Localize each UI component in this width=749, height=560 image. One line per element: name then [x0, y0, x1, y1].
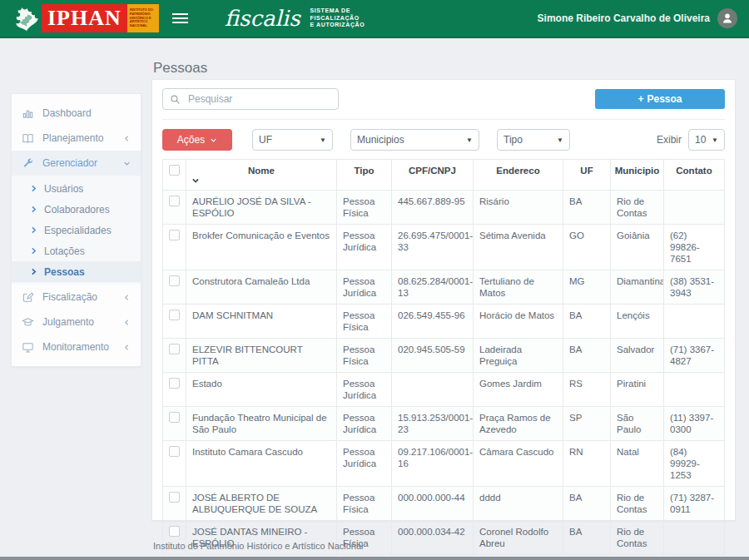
row-select-cell	[163, 191, 186, 225]
municipios-select[interactable]: Municipios▼	[350, 129, 479, 151]
top-header: IPHAN Instituto do Patrimônio Histórico …	[0, 0, 749, 38]
sidebar-item-fiscalizacao[interactable]: Fiscalização	[12, 285, 141, 310]
search-box	[162, 88, 339, 110]
row-checkbox[interactable]	[169, 526, 180, 537]
graduation-cap-icon	[22, 316, 34, 329]
table-header-row: NomeTipoCPF/CNPJEnderecoUFMunicipioConta…	[163, 160, 725, 191]
cell: Pessoa Física	[337, 339, 392, 373]
table-row[interactable]: EstadoPessoa JurídicaGomes JardimRSPirat…	[163, 373, 725, 407]
cell: JOSÉ ALBERTO DE ALBUQUERQUE DE SOUZA	[186, 487, 337, 521]
cell: Salvador	[611, 339, 664, 373]
sidebar-item-colaboradores[interactable]: Colaboradores	[12, 199, 141, 220]
row-checkbox[interactable]	[169, 275, 180, 286]
chevron-right-icon	[30, 185, 37, 192]
row-checkbox[interactable]	[169, 492, 180, 503]
cell: 020.945.505-59	[392, 339, 474, 373]
row-select-cell	[163, 487, 186, 521]
column-header-uf[interactable]: UF	[563, 160, 611, 191]
column-header-contato[interactable]: Contato	[664, 160, 725, 191]
cell: GO	[563, 225, 611, 270]
chevron-left-icon	[123, 294, 131, 301]
sidebar-item-lotacoes[interactable]: Lotações	[12, 240, 141, 261]
plus-icon: +	[637, 93, 643, 105]
sort-desc-icon	[191, 176, 200, 185]
column-header-municipio[interactable]: Municipio	[611, 160, 664, 191]
sidebar-item-pessoas[interactable]: Pessoas	[12, 261, 141, 282]
table-row[interactable]: ELZEVIR BITTENCOURT PITTAPessoa Física02…	[163, 339, 725, 373]
cell: BA	[563, 487, 611, 521]
search-icon	[170, 94, 181, 105]
cell: DAM SCHNITMAN	[186, 305, 337, 339]
row-checkbox[interactable]	[169, 344, 180, 354]
page-size-select[interactable]: 10▼	[688, 129, 725, 151]
cell: ELZEVIR BITTENCOURT PITTA	[186, 339, 337, 373]
column-header-nome[interactable]: Nome	[186, 160, 337, 191]
table-row[interactable]: JOSÉ ALBERTO DE ALBUQUERQUE DE SOUZAPess…	[163, 487, 725, 521]
wrench-icon	[22, 157, 34, 170]
cell: Natal	[611, 441, 664, 487]
select-all-checkbox[interactable]	[169, 165, 180, 176]
cell: 26.695.475/0001-33	[392, 225, 474, 270]
column-header-endereco[interactable]: Endereco	[474, 160, 563, 191]
table-row[interactable]: Construtora Camaleão LtdaPessoa Jurídica…	[163, 270, 725, 305]
caret-down-icon: ▼	[712, 136, 718, 144]
sidebar-item-usuarios[interactable]: Usuários	[12, 178, 141, 199]
sidebar-item-gerenciador[interactable]: Gerenciador	[12, 151, 141, 176]
bar-chart-icon	[22, 107, 34, 120]
sidebar-item-julgamento[interactable]: Julgamento	[12, 310, 141, 335]
acoes-dropdown-button[interactable]: Ações	[162, 129, 232, 151]
row-checkbox[interactable]	[169, 196, 180, 206]
app-brand: fiscalis SISTEMA DE FISCALIZAÇÃO E AUTOR…	[225, 6, 365, 31]
sidebar-item-planejamento[interactable]: Planejamento	[12, 126, 141, 151]
user-menu[interactable]: Simone Ribeiro Carvalho de Oliveira	[538, 8, 737, 28]
table-row[interactable]: Fundação Theatro Municipal de São PauloP…	[163, 407, 725, 441]
column-header-tipo[interactable]: Tipo	[337, 160, 392, 191]
row-checkbox[interactable]	[169, 446, 180, 457]
add-pessoa-button[interactable]: +Pessoa	[595, 89, 725, 109]
page-title: Pessoas	[153, 60, 207, 77]
row-checkbox[interactable]	[169, 230, 180, 240]
cell: AURÉLIO JOSÉ DA SILVA - ESPÓLIO	[186, 191, 337, 225]
cell: Pessoa Física	[337, 487, 392, 521]
filter-row: Ações UF▼ Municipios▼ Tipo▼ Exibir 10▼	[162, 129, 725, 151]
uf-select[interactable]: UF▼	[252, 129, 333, 151]
sidebar-item-monitoramento[interactable]: Monitoramento	[12, 335, 141, 359]
cell: 000.000.000-44	[392, 487, 474, 521]
cell: Pessoa Jurídica	[337, 225, 392, 270]
row-checkbox[interactable]	[169, 378, 180, 389]
table-row[interactable]: Brokfer Comunicação e EventosPessoa Jurí…	[163, 225, 725, 270]
cell: Tertuliano de Matos	[474, 270, 563, 305]
sidebar-item-especialidades[interactable]: Especialidades	[12, 220, 141, 240]
row-select-cell	[163, 270, 186, 305]
window-bottom-edge	[0, 557, 749, 560]
cell: (38) 3531-3943	[664, 270, 725, 305]
tipo-select[interactable]: Tipo▼	[497, 129, 570, 151]
iphan-logo[interactable]: IPHAN Instituto do Patrimônio Histórico …	[12, 4, 159, 32]
cell: Pessoa Jurídica	[337, 407, 392, 441]
chevron-left-icon	[123, 319, 131, 326]
search-input[interactable]	[186, 92, 331, 106]
cell: 15.913.253/0001-23	[392, 407, 474, 441]
table-row[interactable]: DAM SCHNITMANPessoa Física026.549.455-96…	[163, 305, 725, 339]
cell: Rio de Contas	[611, 191, 664, 225]
table-row[interactable]: Instituto Camara CascudoPessoa Jurídica0…	[163, 441, 725, 487]
column-header-cpf-cnpj[interactable]: CPF/CNPJ	[392, 160, 474, 191]
menu-toggle-icon[interactable]	[172, 12, 188, 24]
cell	[664, 521, 725, 555]
row-checkbox[interactable]	[169, 412, 180, 423]
cell: Coronel Rodolfo Abreu	[474, 521, 563, 555]
table-row[interactable]: AURÉLIO JOSÉ DA SILVA - ESPÓLIOPessoa Fí…	[163, 191, 725, 225]
cell: 09.217.106/0001-16	[392, 441, 474, 487]
iphan-flourish-icon	[12, 4, 42, 32]
cell: Pessoa Jurídica	[337, 270, 392, 305]
exibir-label: Exibir	[657, 134, 682, 146]
user-avatar-icon[interactable]	[717, 8, 737, 28]
sidebar: Dashboard Planejamento Gerenciador Usuár…	[11, 93, 141, 367]
chevron-right-icon	[30, 226, 37, 234]
cell: RS	[563, 373, 611, 407]
institution-footer: Instituto do Patrimônio Histórico e Artí…	[153, 541, 364, 551]
row-checkbox[interactable]	[169, 310, 180, 320]
cell: (62) 99826-7651	[664, 225, 725, 270]
iphan-wordmark: IPHAN	[42, 4, 127, 32]
sidebar-item-dashboard[interactable]: Dashboard	[12, 101, 141, 126]
